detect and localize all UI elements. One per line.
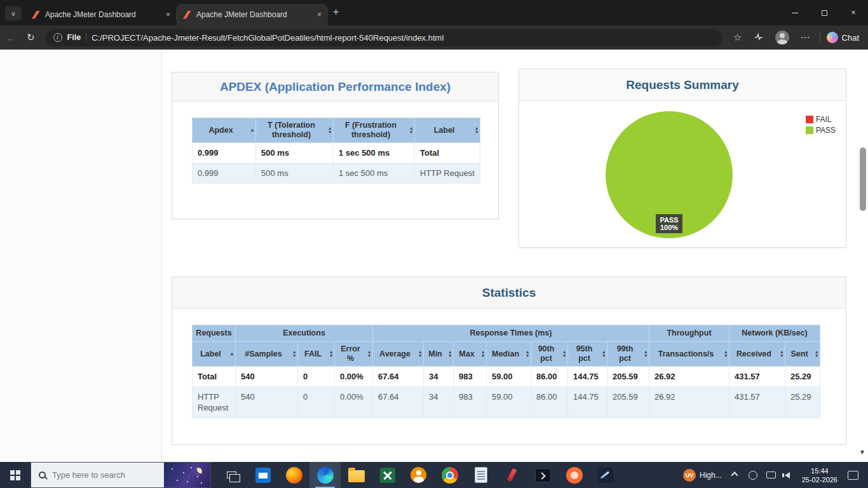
stats-col-average[interactable]: Average ▴▾ (373, 342, 424, 367)
copilot-chat-button[interactable]: Chat (827, 32, 859, 43)
stats-col-error[interactable]: Error % ▴▾ (335, 342, 373, 367)
stats-col-label[interactable]: Label ▴ (193, 342, 236, 367)
sort-icon[interactable]: ▴▾ (410, 126, 412, 134)
apdex-panel: APDEX (Application Performance Index) Ap… (172, 72, 499, 219)
sort-icon[interactable]: ▴▾ (602, 350, 605, 358)
taskbar-clock[interactable]: 15:44 25-02-2026 (802, 466, 837, 484)
apdex-col-frustration[interactable]: F (Frustration threshold) ▴▾ (334, 118, 415, 143)
stats-col-max[interactable]: Max ▴▾ (454, 342, 487, 367)
apdex-cell: 1 sec 500 ms (334, 143, 415, 163)
stats-cell: 0.00% (335, 367, 373, 387)
stats-cell: 67.64 (373, 367, 424, 387)
firefox-app-button[interactable] (278, 462, 309, 488)
notepad-icon (475, 467, 487, 483)
stats-cell: 86.00 (531, 387, 568, 418)
mail-icon (255, 468, 271, 483)
sort-icon[interactable]: ▴▾ (449, 350, 451, 358)
back-button[interactable]: ← (6, 32, 15, 43)
close-window-button[interactable]: × (839, 0, 868, 25)
search-highlights-image[interactable] (164, 463, 211, 487)
office-app-button[interactable] (403, 462, 434, 488)
stats-col-99pct[interactable]: 99th pct ▴▾ (607, 342, 649, 367)
stats-col-fail[interactable]: FAIL ▴▾ (298, 342, 335, 367)
scroll-down-icon[interactable]: ▼ (859, 449, 865, 456)
statistics-header-row: Label ▴ #Samples ▴▾ FAIL ▴▾ Error % ▴▾ A… (193, 342, 820, 367)
hidden-icons-chevron-icon[interactable] (731, 471, 738, 478)
notification-center-icon[interactable] (848, 471, 858, 480)
tray-app-badge[interactable]: UV (683, 469, 696, 482)
address-divider (86, 33, 86, 42)
edge-app-button[interactable] (309, 462, 341, 488)
sort-icon[interactable]: ▴▾ (526, 350, 529, 358)
profile-avatar[interactable] (775, 30, 789, 44)
sort-icon[interactable]: ▴▾ (368, 350, 370, 358)
browser-essentials-icon[interactable] (754, 32, 764, 44)
chrome-app-button[interactable] (434, 462, 465, 488)
terminal-app-button[interactable] (527, 462, 559, 488)
sort-icon[interactable]: ▴▾ (482, 350, 484, 358)
settings-ellipsis-icon[interactable]: ⋯ (801, 32, 810, 43)
requests-summary-header: Requests Summary (519, 69, 846, 101)
taskbar-search[interactable] (31, 462, 211, 488)
sort-icon[interactable]: ▴▾ (475, 126, 478, 134)
apdex-cell: Total (415, 143, 480, 163)
apdex-col-label[interactable]: Label ▴▾ (415, 118, 480, 143)
sort-icon[interactable]: ▴▾ (815, 350, 818, 358)
stats-cell: 205.59 (607, 387, 649, 418)
browser-tab-2[interactable]: Apache JMeter Dashboard × (177, 4, 328, 25)
sort-icon[interactable]: ▴▾ (563, 350, 566, 358)
sort-asc-icon[interactable]: ▴ (231, 351, 233, 356)
sort-icon[interactable]: ▴▾ (724, 350, 727, 358)
file-explorer-button[interactable] (341, 462, 372, 488)
stats-col-transactions[interactable]: Transactions/s ▴▾ (649, 342, 729, 367)
stats-col-95pct[interactable]: 95th pct ▴▾ (568, 342, 607, 367)
browser-titlebar: ∨ Apache JMeter Dashboard × Apache JMete… (0, 0, 868, 25)
sort-icon[interactable]: ▴▾ (644, 350, 647, 358)
address-bar[interactable]: i File C:/PROJECT/Apache-Jmeter-Result/F… (46, 29, 723, 46)
apdex-col-apdex[interactable]: Apdex ▴ (193, 118, 256, 143)
apdex-col-toleration[interactable]: T (Toleration threshold) ▴▾ (256, 118, 334, 143)
stats-cell: 431.57 (729, 367, 785, 387)
tray-app-label[interactable]: High... (700, 471, 722, 480)
maximize-button[interactable] (810, 0, 839, 25)
legend-item-fail[interactable]: FAIL (806, 115, 836, 124)
refresh-button[interactable]: ↻ (27, 32, 35, 43)
new-tab-button[interactable]: + (333, 6, 339, 18)
task-view-button[interactable] (216, 462, 247, 488)
legend-item-pass[interactable]: PASS (806, 126, 836, 135)
sort-icon[interactable]: ▴▾ (330, 350, 332, 358)
stats-col-median[interactable]: Median ▴▾ (487, 342, 531, 367)
tab-search-button[interactable]: ∨ (5, 6, 22, 20)
start-button[interactable] (0, 462, 31, 488)
jmeter-favicon-icon (32, 11, 40, 19)
stats-col-min[interactable]: Min ▴▾ (424, 342, 454, 367)
minimize-button[interactable] (780, 0, 810, 25)
tab-close-icon[interactable]: × (166, 10, 170, 19)
mail-app-button[interactable] (247, 462, 278, 488)
sort-icon[interactable]: ▴▾ (329, 126, 331, 134)
apdex-cell: 0.999 (193, 163, 256, 184)
tab-close-icon[interactable]: × (317, 10, 322, 19)
tray-display-icon[interactable] (766, 471, 776, 478)
search-input[interactable] (52, 470, 164, 480)
stats-col-samples[interactable]: #Samples ▴▾ (236, 342, 298, 367)
browser-tab-1[interactable]: Apache JMeter Dashboard × (25, 4, 177, 25)
sort-icon[interactable]: ▴▾ (293, 350, 295, 358)
editor-app-button[interactable] (590, 462, 621, 488)
sort-icon[interactable]: ▴▾ (780, 350, 783, 358)
jmeter-app-button[interactable] (496, 462, 527, 488)
stats-col-sent[interactable]: Sent ▴▾ (785, 342, 820, 367)
notepad-app-button[interactable] (465, 462, 496, 488)
sort-asc-icon[interactable]: ▴ (251, 128, 254, 133)
tray-clock-icon[interactable] (749, 471, 757, 480)
stats-col-90pct[interactable]: 90th pct ▴▾ (531, 342, 568, 367)
sort-icon[interactable]: ▴▾ (419, 350, 421, 358)
excel-app-button[interactable] (372, 462, 403, 488)
postman-app-button[interactable] (559, 462, 590, 488)
page-info-icon[interactable]: i (53, 33, 62, 42)
scrollbar-thumb[interactable] (860, 147, 866, 211)
stats-cell: Total (193, 367, 236, 387)
favorites-star-icon[interactable]: ☆ (733, 32, 742, 43)
volume-icon[interactable] (785, 472, 790, 478)
stats-col-received[interactable]: Received ▴▾ (729, 342, 785, 367)
